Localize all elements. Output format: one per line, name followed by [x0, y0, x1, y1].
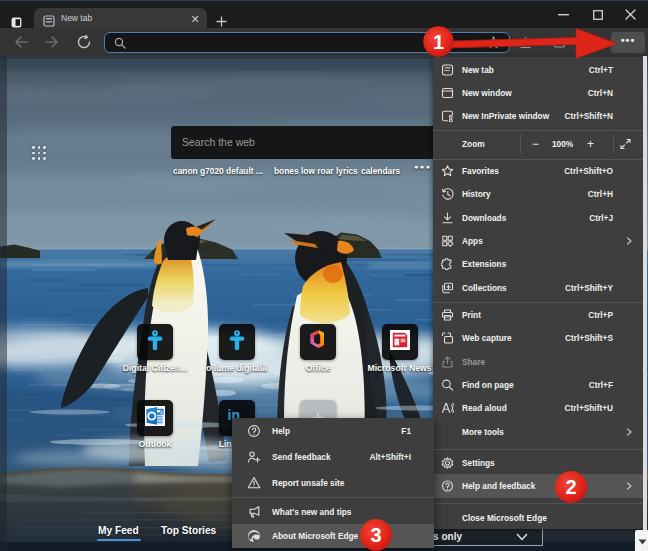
svg-text:1: 1	[433, 31, 444, 53]
svg-text:3: 3	[370, 524, 381, 546]
svg-text:2: 2	[565, 476, 576, 498]
